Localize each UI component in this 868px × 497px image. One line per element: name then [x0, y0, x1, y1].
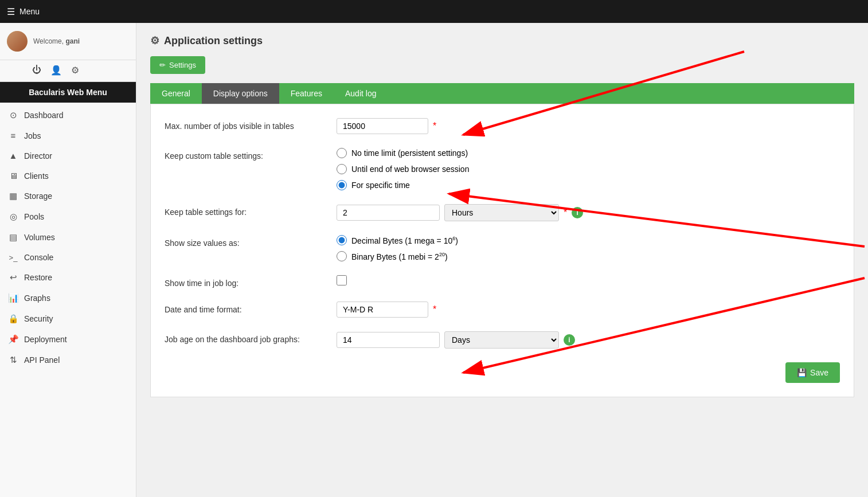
radio-no-limit[interactable]: No time limit (persistent settings): [337, 148, 840, 158]
sidebar-item-deployment[interactable]: 📌 Deployment: [0, 329, 136, 350]
required-star-keep-for: *: [564, 208, 567, 218]
job-age-control: Days Hours Minutes i: [337, 331, 840, 349]
tab-display-options[interactable]: Display options: [202, 83, 279, 104]
keep-settings-label: Keep custom table settings:: [165, 148, 325, 161]
sidebar-item-console[interactable]: >_ Console: [0, 248, 136, 267]
sidebar-item-restore[interactable]: ↩ Restore: [0, 267, 136, 288]
keep-for-control: Hours Minutes Days * i: [337, 204, 840, 221]
radio-session[interactable]: Until end of web browser session: [337, 164, 840, 174]
keep-settings-row: Keep custom table settings: No time limi…: [165, 148, 840, 190]
show-size-row: Show size values as: Decimal Bytes (1 me…: [165, 235, 840, 261]
tab-audit-log[interactable]: Audit log: [334, 83, 388, 104]
avatar: [7, 31, 28, 52]
radio-session-label: Until end of web browser session: [351, 165, 469, 174]
max-jobs-input[interactable]: [337, 118, 428, 134]
console-icon: >_: [8, 253, 18, 262]
sidebar-item-jobs[interactable]: ≡ Jobs: [0, 126, 136, 146]
radio-no-limit-label: No time limit (persistent settings): [351, 148, 468, 158]
top-bar: ☰ Menu: [0, 0, 868, 23]
settings-icon[interactable]: ⚙: [71, 65, 79, 76]
sidebar-user-icons: ⏻ 👤 ⚙: [0, 60, 136, 82]
radio-session-input[interactable]: [337, 164, 347, 174]
radio-decimal-label: Decimal Bytes (1 mega = 106): [351, 236, 458, 245]
page-title: Application settings: [164, 35, 263, 47]
user-info: Welcome, gani: [33, 37, 80, 45]
director-icon: ▲: [8, 151, 18, 161]
keep-for-row: Keep table settings for: Hours Minutes D…: [165, 204, 840, 221]
date-format-label: Date and time format:: [165, 302, 325, 314]
sidebar-nav: ⊙ Dashboard ≡ Jobs ▲ Director 🖥 Clients …: [0, 103, 136, 373]
keep-for-value-input[interactable]: [337, 205, 440, 221]
pools-icon: ◎: [8, 212, 18, 222]
max-jobs-row: Max. number of jobs visible in tables *: [165, 118, 840, 134]
jobs-icon: ≡: [8, 131, 18, 140]
storage-icon: ▦: [8, 191, 18, 201]
required-star-max-jobs: *: [433, 121, 436, 131]
page-header: ⚙ Application settings: [150, 34, 854, 47]
tab-general[interactable]: General: [150, 83, 202, 104]
save-button[interactable]: 💾 Save: [785, 362, 840, 383]
tab-features[interactable]: Features: [279, 83, 334, 104]
sidebar-item-security[interactable]: 🔒 Security: [0, 308, 136, 329]
deployment-icon: 📌: [8, 334, 18, 345]
graphs-icon: 📊: [8, 293, 18, 303]
job-age-value-input[interactable]: [337, 332, 440, 348]
radio-binary-label: Binary Bytes (1 mebi = 220): [351, 252, 448, 261]
settings-button[interactable]: ✏ Settings: [150, 56, 205, 74]
radio-no-limit-input[interactable]: [337, 148, 347, 158]
show-time-checkbox[interactable]: [337, 275, 347, 285]
keep-for-unit-select[interactable]: Hours Minutes Days: [444, 204, 559, 221]
pencil-icon: ✏: [159, 61, 166, 69]
btn-row: 💾 Save: [165, 362, 840, 383]
dashboard-icon: ⊙: [8, 110, 18, 120]
sidebar-item-clients[interactable]: 🖥 Clients: [0, 166, 136, 186]
radio-specific-time-input[interactable]: [337, 180, 347, 190]
radio-specific-time-label: For specific time: [351, 181, 410, 190]
job-age-unit-select[interactable]: Days Hours Minutes: [444, 331, 559, 349]
gear-icon: ⚙: [150, 34, 159, 47]
keep-settings-radio-group: No time limit (persistent settings) Unti…: [337, 148, 840, 190]
menu-icon[interactable]: ☰: [7, 6, 15, 17]
sidebar-user: Welcome, gani: [0, 23, 136, 60]
sidebar-item-dashboard[interactable]: ⊙ Dashboard: [0, 105, 136, 126]
show-time-control: [337, 275, 840, 285]
info-icon-job-age[interactable]: i: [564, 334, 575, 346]
form-area: Max. number of jobs visible in tables * …: [150, 104, 854, 397]
sidebar-item-director[interactable]: ▲ Director: [0, 146, 136, 166]
date-format-input[interactable]: [337, 302, 428, 318]
radio-decimal-input[interactable]: [337, 235, 347, 245]
volumes-icon: ▤: [8, 232, 18, 242]
max-jobs-control: *: [337, 118, 840, 134]
sidebar-item-volumes[interactable]: ▤ Volumes: [0, 227, 136, 248]
security-icon: 🔒: [8, 314, 18, 324]
top-bar-title: Menu: [19, 7, 40, 16]
manage-users-icon[interactable]: 👤: [50, 65, 62, 76]
restore-icon: ↩: [8, 272, 18, 283]
main-layout: Welcome, gani ⏻ 👤 ⚙ Bacularis Web Menu ⊙…: [0, 23, 868, 497]
content-area: ⚙ Application settings ✏ Settings Genera…: [136, 23, 868, 497]
sidebar-item-storage[interactable]: ▦ Storage: [0, 186, 136, 206]
info-icon-keep-for[interactable]: i: [572, 207, 583, 218]
sidebar: Welcome, gani ⏻ 👤 ⚙ Bacularis Web Menu ⊙…: [0, 23, 136, 497]
show-size-label: Show size values as:: [165, 235, 325, 248]
power-icon[interactable]: ⏻: [32, 65, 41, 76]
date-format-row: Date and time format: *: [165, 302, 840, 318]
clients-icon: 🖥: [8, 171, 18, 181]
api-panel-icon: ⇅: [8, 355, 18, 365]
date-format-control: *: [337, 302, 840, 318]
keep-for-label: Keep table settings for:: [165, 204, 325, 217]
show-size-radio-group: Decimal Bytes (1 mega = 106) Binary Byte…: [337, 235, 840, 261]
show-time-label: Show time in job log:: [165, 275, 325, 288]
radio-binary[interactable]: Binary Bytes (1 mebi = 220): [337, 251, 840, 261]
sidebar-item-pools[interactable]: ◎ Pools: [0, 206, 136, 227]
show-time-row: Show time in job log:: [165, 275, 840, 288]
radio-binary-input[interactable]: [337, 251, 347, 261]
welcome-text: Welcome, gani: [33, 37, 80, 45]
job-age-row: Job age on the dashboard job graphs: Day…: [165, 331, 840, 349]
sidebar-item-graphs[interactable]: 📊 Graphs: [0, 288, 136, 308]
show-size-control: Decimal Bytes (1 mega = 106) Binary Byte…: [337, 235, 840, 261]
job-age-label: Job age on the dashboard job graphs:: [165, 331, 325, 344]
sidebar-item-api-panel[interactable]: ⇅ API Panel: [0, 350, 136, 370]
radio-decimal[interactable]: Decimal Bytes (1 mega = 106): [337, 235, 840, 245]
radio-specific-time[interactable]: For specific time: [337, 180, 840, 190]
